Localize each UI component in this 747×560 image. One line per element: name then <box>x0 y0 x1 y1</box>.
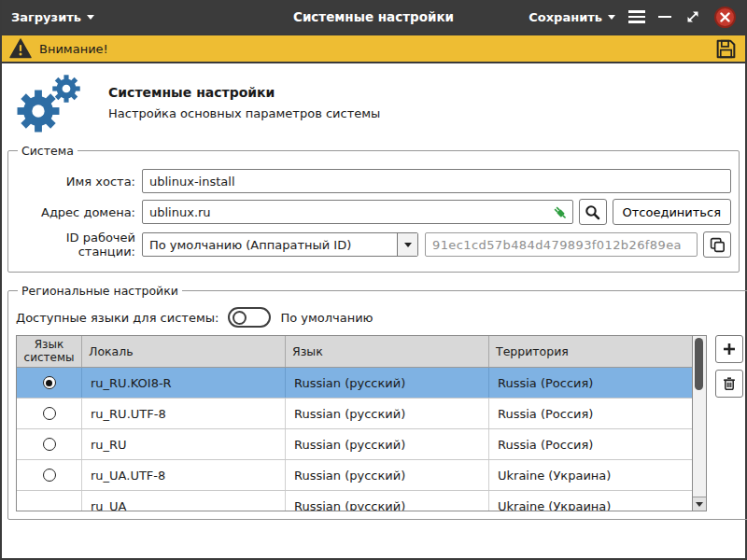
system-language-radio[interactable] <box>43 438 56 451</box>
cell-territory: Ukraine (Украина) <box>489 460 692 490</box>
col-header-territory[interactable]: Территория <box>489 336 692 367</box>
copy-id-button[interactable] <box>703 231 731 258</box>
cell-territory: Russia (Россия) <box>489 429 692 459</box>
save-button-label: Сохранить <box>529 10 602 24</box>
disconnect-button[interactable]: Отсоединиться <box>613 199 732 225</box>
arrow-down-icon <box>696 502 703 507</box>
gears-icon <box>13 73 90 133</box>
save-file-icon[interactable] <box>714 37 738 61</box>
plus-icon <box>722 342 737 357</box>
chevron-down-icon <box>608 15 615 20</box>
regional-group: Региональные настройки Доступные языки д… <box>7 284 747 520</box>
app-window: Системные настройки Загрузить Сохранить <box>0 0 747 560</box>
page-subtitle: Настройка основных параметров системы <box>108 106 380 120</box>
titlebar: Системные настройки Загрузить Сохранить <box>2 0 745 34</box>
system-language-radio[interactable] <box>43 407 56 420</box>
system-language-radio[interactable] <box>43 376 56 389</box>
cell-language: Russian (русский) <box>286 429 489 459</box>
default-toggle-label: По умолчанию <box>280 311 373 325</box>
page-header: Системные настройки Настройка основных п… <box>2 63 745 140</box>
warning-bar: Внимание! <box>2 34 745 63</box>
col-header-locale[interactable]: Локаль <box>82 336 286 367</box>
warning-icon <box>9 38 32 59</box>
scrollbar-thumb[interactable] <box>695 338 703 390</box>
station-id-selected-value: По умолчанию (Аппаратный ID) <box>143 238 397 252</box>
system-group: Система Имя хоста: Адрес домена: <box>7 144 740 273</box>
close-button[interactable] <box>714 7 736 28</box>
hostname-label: Имя хоста: <box>16 175 135 189</box>
regional-group-legend: Региональные настройки <box>18 284 182 298</box>
menu-button[interactable] <box>628 10 645 23</box>
chevron-down-icon <box>404 243 412 247</box>
domain-input[interactable] <box>142 200 573 224</box>
cell-language: Russian (русский) <box>286 399 489 428</box>
minimize-button[interactable] <box>658 16 671 19</box>
search-domain-button[interactable] <box>579 199 607 225</box>
cell-language: Russian (русский) <box>286 460 489 490</box>
vertical-scrollbar[interactable] <box>692 336 706 511</box>
warning-text: Внимание! <box>39 42 108 56</box>
hamburger-icon <box>628 10 645 23</box>
table-row[interactable]: ru_RU Russian (русский) Russia (Россия) <box>17 429 692 460</box>
add-locale-button[interactable] <box>715 335 743 363</box>
maximize-button[interactable] <box>684 8 701 25</box>
cell-language: Russian (русский) <box>286 368 489 398</box>
close-icon <box>720 12 730 22</box>
locales-table: Язык системы Локаль Язык Территория ru_R… <box>16 335 707 511</box>
table-row[interactable]: ru_RU.KOI8-R Russian (русский) Russia (Р… <box>17 368 692 399</box>
search-icon <box>585 204 600 220</box>
save-button[interactable]: Сохранить <box>529 10 615 24</box>
minimize-icon <box>658 16 671 19</box>
cell-locale: ru_RU.UTF-8 <box>82 399 286 428</box>
system-language-radio[interactable] <box>43 469 56 482</box>
col-header-system-language[interactable]: Язык системы <box>17 336 82 367</box>
hostname-input[interactable] <box>142 169 731 193</box>
plug-connected-icon <box>551 203 569 221</box>
expand-icon <box>684 8 701 25</box>
page-title: Системные настройки <box>108 85 380 100</box>
station-id-select[interactable]: По умолчанию (Аппаратный ID) <box>142 232 418 257</box>
domain-label: Адрес домена: <box>16 205 135 219</box>
toggle-knob <box>233 311 247 325</box>
trash-icon <box>722 376 737 391</box>
cell-territory: Ukraine (Украина) <box>489 491 692 511</box>
cell-language: Russian (русский) <box>286 491 489 511</box>
delete-locale-button[interactable] <box>715 370 743 398</box>
cell-locale: ru_UA <box>82 491 286 511</box>
cell-territory: Russia (Россия) <box>489 368 692 398</box>
available-languages-label: Доступные языки для системы: <box>16 311 218 325</box>
chevron-down-icon <box>87 15 94 20</box>
load-button[interactable]: Загрузить <box>11 10 94 24</box>
table-row[interactable]: ru_UA Russian (русский) Ukraine (Украина… <box>17 491 692 511</box>
hardware-id-field <box>425 232 698 257</box>
load-button-label: Загрузить <box>11 10 81 24</box>
cell-locale: ru_RU <box>82 429 286 459</box>
col-header-language[interactable]: Язык <box>286 336 489 367</box>
cell-locale: ru_RU.KOI8-R <box>82 368 286 398</box>
station-id-label: ID рабочей станции: <box>16 231 135 259</box>
cell-territory: Russia (Россия) <box>489 399 692 428</box>
cell-locale: ru_UA.UTF-8 <box>82 460 286 490</box>
table-row[interactable]: ru_RU.UTF-8 Russian (русский) Russia (Ро… <box>17 399 692 429</box>
default-language-toggle[interactable] <box>228 307 271 328</box>
table-header-row: Язык системы Локаль Язык Территория <box>17 336 692 368</box>
table-row[interactable]: ru_UA.UTF-8 Russian (русский) Ukraine (У… <box>17 460 692 491</box>
combo-dropdown-button[interactable] <box>397 233 417 256</box>
scroll-down-button[interactable] <box>693 497 706 511</box>
copy-icon <box>710 237 726 253</box>
system-group-legend: Система <box>18 144 78 158</box>
